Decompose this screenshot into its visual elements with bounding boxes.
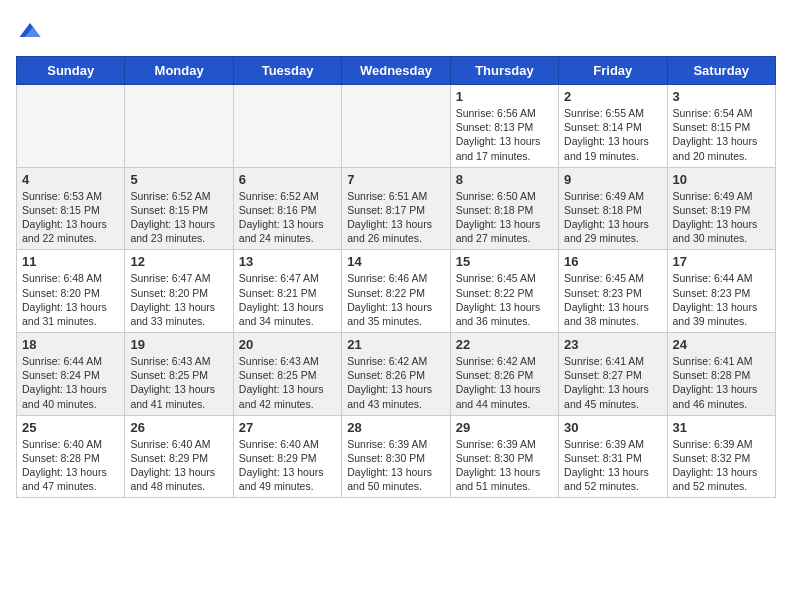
weekday-header-saturday: Saturday [667,57,775,85]
day-number: 19 [130,337,227,352]
day-info: Sunrise: 6:47 AM Sunset: 8:20 PM Dayligh… [130,271,227,328]
logo [16,16,48,44]
day-number: 13 [239,254,336,269]
weekday-header-thursday: Thursday [450,57,558,85]
weekday-header-wednesday: Wednesday [342,57,450,85]
calendar-cell: 9Sunrise: 6:49 AM Sunset: 8:18 PM Daylig… [559,167,667,250]
calendar-cell: 22Sunrise: 6:42 AM Sunset: 8:26 PM Dayli… [450,333,558,416]
day-info: Sunrise: 6:39 AM Sunset: 8:30 PM Dayligh… [456,437,553,494]
day-number: 24 [673,337,770,352]
calendar-cell [233,85,341,168]
day-number: 26 [130,420,227,435]
day-info: Sunrise: 6:56 AM Sunset: 8:13 PM Dayligh… [456,106,553,163]
calendar-cell: 25Sunrise: 6:40 AM Sunset: 8:28 PM Dayli… [17,415,125,498]
calendar-cell: 15Sunrise: 6:45 AM Sunset: 8:22 PM Dayli… [450,250,558,333]
day-number: 25 [22,420,119,435]
calendar-cell: 6Sunrise: 6:52 AM Sunset: 8:16 PM Daylig… [233,167,341,250]
day-info: Sunrise: 6:42 AM Sunset: 8:26 PM Dayligh… [456,354,553,411]
calendar-cell [17,85,125,168]
calendar-table: SundayMondayTuesdayWednesdayThursdayFrid… [16,56,776,498]
day-number: 27 [239,420,336,435]
calendar-header-row: SundayMondayTuesdayWednesdayThursdayFrid… [17,57,776,85]
day-info: Sunrise: 6:43 AM Sunset: 8:25 PM Dayligh… [130,354,227,411]
day-info: Sunrise: 6:39 AM Sunset: 8:30 PM Dayligh… [347,437,444,494]
day-info: Sunrise: 6:52 AM Sunset: 8:16 PM Dayligh… [239,189,336,246]
calendar-week-4: 18Sunrise: 6:44 AM Sunset: 8:24 PM Dayli… [17,333,776,416]
day-number: 4 [22,172,119,187]
day-info: Sunrise: 6:40 AM Sunset: 8:29 PM Dayligh… [130,437,227,494]
day-number: 7 [347,172,444,187]
page-header [16,16,776,44]
day-number: 17 [673,254,770,269]
day-info: Sunrise: 6:42 AM Sunset: 8:26 PM Dayligh… [347,354,444,411]
day-number: 1 [456,89,553,104]
day-number: 9 [564,172,661,187]
calendar-week-1: 1Sunrise: 6:56 AM Sunset: 8:13 PM Daylig… [17,85,776,168]
day-info: Sunrise: 6:40 AM Sunset: 8:29 PM Dayligh… [239,437,336,494]
calendar-cell: 18Sunrise: 6:44 AM Sunset: 8:24 PM Dayli… [17,333,125,416]
calendar-cell: 7Sunrise: 6:51 AM Sunset: 8:17 PM Daylig… [342,167,450,250]
calendar-cell: 19Sunrise: 6:43 AM Sunset: 8:25 PM Dayli… [125,333,233,416]
logo-icon [16,16,44,44]
calendar-cell: 16Sunrise: 6:45 AM Sunset: 8:23 PM Dayli… [559,250,667,333]
day-info: Sunrise: 6:55 AM Sunset: 8:14 PM Dayligh… [564,106,661,163]
calendar-cell: 12Sunrise: 6:47 AM Sunset: 8:20 PM Dayli… [125,250,233,333]
day-number: 28 [347,420,444,435]
calendar-cell: 24Sunrise: 6:41 AM Sunset: 8:28 PM Dayli… [667,333,775,416]
day-info: Sunrise: 6:51 AM Sunset: 8:17 PM Dayligh… [347,189,444,246]
calendar-cell: 23Sunrise: 6:41 AM Sunset: 8:27 PM Dayli… [559,333,667,416]
day-number: 29 [456,420,553,435]
calendar-week-3: 11Sunrise: 6:48 AM Sunset: 8:20 PM Dayli… [17,250,776,333]
day-info: Sunrise: 6:49 AM Sunset: 8:18 PM Dayligh… [564,189,661,246]
day-info: Sunrise: 6:39 AM Sunset: 8:32 PM Dayligh… [673,437,770,494]
calendar-cell: 5Sunrise: 6:52 AM Sunset: 8:15 PM Daylig… [125,167,233,250]
day-number: 30 [564,420,661,435]
day-number: 8 [456,172,553,187]
day-number: 11 [22,254,119,269]
day-number: 15 [456,254,553,269]
calendar-cell: 8Sunrise: 6:50 AM Sunset: 8:18 PM Daylig… [450,167,558,250]
calendar-week-2: 4Sunrise: 6:53 AM Sunset: 8:15 PM Daylig… [17,167,776,250]
calendar-cell: 1Sunrise: 6:56 AM Sunset: 8:13 PM Daylig… [450,85,558,168]
day-number: 31 [673,420,770,435]
day-info: Sunrise: 6:44 AM Sunset: 8:24 PM Dayligh… [22,354,119,411]
calendar-cell: 14Sunrise: 6:46 AM Sunset: 8:22 PM Dayli… [342,250,450,333]
day-number: 5 [130,172,227,187]
weekday-header-sunday: Sunday [17,57,125,85]
day-number: 18 [22,337,119,352]
calendar-cell: 31Sunrise: 6:39 AM Sunset: 8:32 PM Dayli… [667,415,775,498]
day-info: Sunrise: 6:41 AM Sunset: 8:27 PM Dayligh… [564,354,661,411]
day-info: Sunrise: 6:39 AM Sunset: 8:31 PM Dayligh… [564,437,661,494]
calendar-cell: 30Sunrise: 6:39 AM Sunset: 8:31 PM Dayli… [559,415,667,498]
calendar-week-5: 25Sunrise: 6:40 AM Sunset: 8:28 PM Dayli… [17,415,776,498]
day-number: 23 [564,337,661,352]
calendar-cell: 2Sunrise: 6:55 AM Sunset: 8:14 PM Daylig… [559,85,667,168]
calendar-cell: 26Sunrise: 6:40 AM Sunset: 8:29 PM Dayli… [125,415,233,498]
day-info: Sunrise: 6:48 AM Sunset: 8:20 PM Dayligh… [22,271,119,328]
day-info: Sunrise: 6:43 AM Sunset: 8:25 PM Dayligh… [239,354,336,411]
day-number: 12 [130,254,227,269]
day-number: 20 [239,337,336,352]
day-info: Sunrise: 6:49 AM Sunset: 8:19 PM Dayligh… [673,189,770,246]
day-info: Sunrise: 6:45 AM Sunset: 8:23 PM Dayligh… [564,271,661,328]
day-info: Sunrise: 6:46 AM Sunset: 8:22 PM Dayligh… [347,271,444,328]
calendar-cell [342,85,450,168]
weekday-header-friday: Friday [559,57,667,85]
day-number: 3 [673,89,770,104]
calendar-cell: 4Sunrise: 6:53 AM Sunset: 8:15 PM Daylig… [17,167,125,250]
day-info: Sunrise: 6:47 AM Sunset: 8:21 PM Dayligh… [239,271,336,328]
calendar-cell: 21Sunrise: 6:42 AM Sunset: 8:26 PM Dayli… [342,333,450,416]
day-number: 16 [564,254,661,269]
day-info: Sunrise: 6:45 AM Sunset: 8:22 PM Dayligh… [456,271,553,328]
day-info: Sunrise: 6:54 AM Sunset: 8:15 PM Dayligh… [673,106,770,163]
day-number: 22 [456,337,553,352]
calendar-cell: 29Sunrise: 6:39 AM Sunset: 8:30 PM Dayli… [450,415,558,498]
day-info: Sunrise: 6:52 AM Sunset: 8:15 PM Dayligh… [130,189,227,246]
calendar-cell: 27Sunrise: 6:40 AM Sunset: 8:29 PM Dayli… [233,415,341,498]
day-number: 21 [347,337,444,352]
day-info: Sunrise: 6:40 AM Sunset: 8:28 PM Dayligh… [22,437,119,494]
calendar-cell: 10Sunrise: 6:49 AM Sunset: 8:19 PM Dayli… [667,167,775,250]
weekday-header-tuesday: Tuesday [233,57,341,85]
day-number: 6 [239,172,336,187]
calendar-cell: 3Sunrise: 6:54 AM Sunset: 8:15 PM Daylig… [667,85,775,168]
